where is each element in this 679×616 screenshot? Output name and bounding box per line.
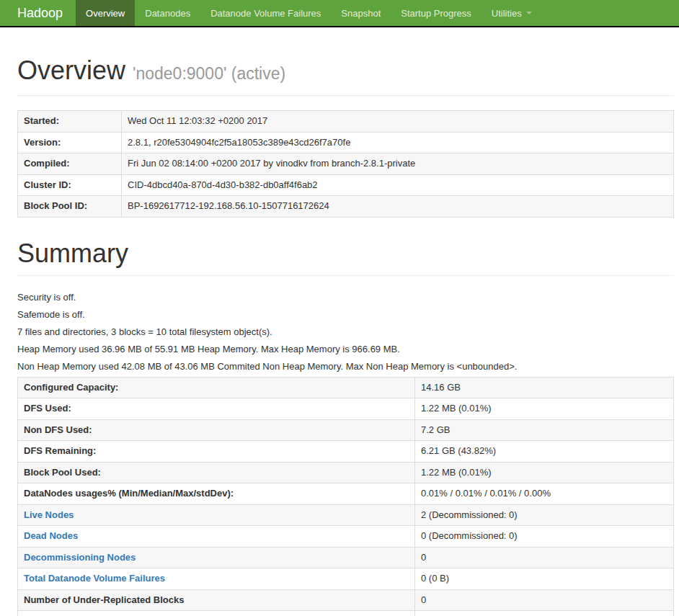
row-value: Fri Jun 02 08:14:00 +0200 2017 by vinodk…: [122, 153, 674, 175]
row-label: Live Nodes: [18, 504, 415, 526]
safemode-status: Safemode is off.: [17, 308, 674, 321]
row-label: DataNodes usages% (Min/Median/Max/stdDev…: [18, 483, 415, 505]
row-value: 0: [415, 547, 674, 568]
row-label: Version:: [18, 132, 122, 153]
row-value: CID-4dbcd40a-870d-4d30-b382-db0aff4f6ab2: [122, 174, 674, 196]
page-title: Overview 'node0:9000' (active): [17, 56, 674, 88]
security-status: Security is off.: [17, 290, 674, 304]
heap-memory-status: Heap Memory used 36.96 MB of 55.91 MB He…: [17, 342, 674, 356]
row-value: 0 (0 B): [415, 568, 674, 590]
row-label: Decommissioning Nodes: [18, 547, 415, 568]
row-label: Block Pool ID:: [18, 196, 122, 218]
row-label: Number of Blocks Pending Deletion: [18, 611, 415, 616]
row-value: 0: [415, 589, 674, 611]
total-datanode-volume-failures-link[interactable]: Total Datanode Volume Failures: [24, 573, 165, 584]
brand-hadoop[interactable]: Hadoop: [0, 0, 76, 26]
table-row: Configured Capacity: 14.16 GB: [18, 377, 674, 398]
row-label: Started:: [18, 111, 122, 133]
row-value: 1.22 MB (0.01%): [415, 398, 674, 420]
table-row: Number of Blocks Pending Deletion 0: [18, 611, 674, 616]
row-value: 2.8.1, r20fe5304904fc2f5a18053c389e43cd2…: [122, 132, 674, 153]
nav-tab-datanodes[interactable]: Datanodes: [135, 0, 200, 26]
row-value: 0 (Decommissioned: 0): [415, 526, 674, 548]
summary-text: Security is off. Safemode is off. 7 file…: [17, 290, 674, 373]
top-navbar: Hadoop Overview Datanodes Datanode Volum…: [0, 0, 679, 27]
cluster-info-table: Started: Wed Oct 11 12:03:32 +0200 2017 …: [17, 110, 674, 218]
row-value: 7.2 GB: [415, 419, 674, 441]
row-label: DFS Used:: [18, 398, 415, 420]
row-label: Block Pool Used:: [18, 462, 415, 483]
table-row: DataNodes usages% (Min/Median/Max/stdDev…: [18, 483, 674, 505]
nav-tab-startup-progress[interactable]: Startup Progress: [391, 0, 481, 26]
non-heap-memory-status: Non Heap Memory used 42.08 MB of 43.06 M…: [17, 360, 674, 373]
summary-divider: [17, 275, 674, 276]
row-value: 0: [415, 611, 674, 616]
row-label: Number of Under-Replicated Blocks: [18, 589, 415, 611]
table-row: Live Nodes 2 (Decommissioned: 0): [18, 504, 674, 526]
row-label: Non DFS Used:: [18, 419, 415, 441]
table-row: Version: 2.8.1, r20fe5304904fc2f5a18053c…: [18, 132, 674, 153]
title-divider: [17, 95, 674, 96]
row-value: 14.16 GB: [415, 377, 674, 398]
table-row: Non DFS Used: 7.2 GB: [18, 419, 674, 441]
nav-tab-datanode-volume-failures[interactable]: Datanode Volume Failures: [200, 0, 331, 26]
summary-heading: Summary: [17, 239, 674, 268]
row-label: Configured Capacity:: [18, 377, 415, 398]
row-value: 0.01% / 0.01% / 0.01% / 0.00%: [415, 483, 674, 505]
row-value: 6.21 GB (43.82%): [415, 441, 674, 463]
filesystem-objects-status: 7 files and directories, 3 blocks = 10 t…: [17, 325, 674, 339]
main-content: Overview 'node0:9000' (active) Started: …: [17, 27, 674, 616]
nav-tab-utilities[interactable]: Utilities: [481, 0, 542, 26]
table-row: Compiled: Fri Jun 02 08:14:00 +0200 2017…: [18, 153, 674, 175]
table-row: Started: Wed Oct 11 12:03:32 +0200 2017: [18, 111, 674, 133]
row-value: 1.22 MB (0.01%): [415, 462, 674, 483]
row-label: DFS Remaining:: [18, 441, 415, 463]
caret-down-icon: [526, 12, 532, 14]
nav-tab-snapshot[interactable]: Snapshot: [331, 0, 391, 26]
nav-tab-overview[interactable]: Overview: [76, 0, 135, 26]
table-row: Total Datanode Volume Failures 0 (0 B): [18, 568, 674, 590]
table-row: Decommissioning Nodes 0: [18, 547, 674, 568]
row-value: BP-1692617712-192.168.56.10-150771617262…: [122, 196, 674, 218]
table-row: DFS Used: 1.22 MB (0.01%): [18, 398, 674, 420]
page-subtitle: 'node0:9000' (active): [133, 64, 285, 83]
summary-table: Configured Capacity: 14.16 GB DFS Used: …: [17, 377, 674, 616]
row-label: Compiled:: [18, 153, 122, 175]
decommissioning-nodes-link[interactable]: Decommissioning Nodes: [24, 552, 136, 563]
table-row: Block Pool Used: 1.22 MB (0.01%): [18, 462, 674, 483]
row-label: Cluster ID:: [18, 174, 122, 196]
dead-nodes-link[interactable]: Dead Nodes: [24, 530, 78, 541]
table-row: Block Pool ID: BP-1692617712-192.168.56.…: [18, 196, 674, 218]
page-title-text: Overview: [17, 55, 125, 85]
row-label: Total Datanode Volume Failures: [18, 568, 415, 590]
row-label: Dead Nodes: [18, 526, 415, 548]
table-row: Number of Under-Replicated Blocks 0: [18, 589, 674, 611]
table-row: DFS Remaining: 6.21 GB (43.82%): [18, 441, 674, 463]
table-row: Cluster ID: CID-4dbcd40a-870d-4d30-b382-…: [18, 174, 674, 196]
nav-tab-utilities-label: Utilities: [492, 8, 522, 19]
table-row: Dead Nodes 0 (Decommissioned: 0): [18, 526, 674, 548]
row-value: 2 (Decommissioned: 0): [415, 504, 674, 526]
row-value: Wed Oct 11 12:03:32 +0200 2017: [122, 111, 674, 133]
live-nodes-link[interactable]: Live Nodes: [24, 509, 74, 520]
